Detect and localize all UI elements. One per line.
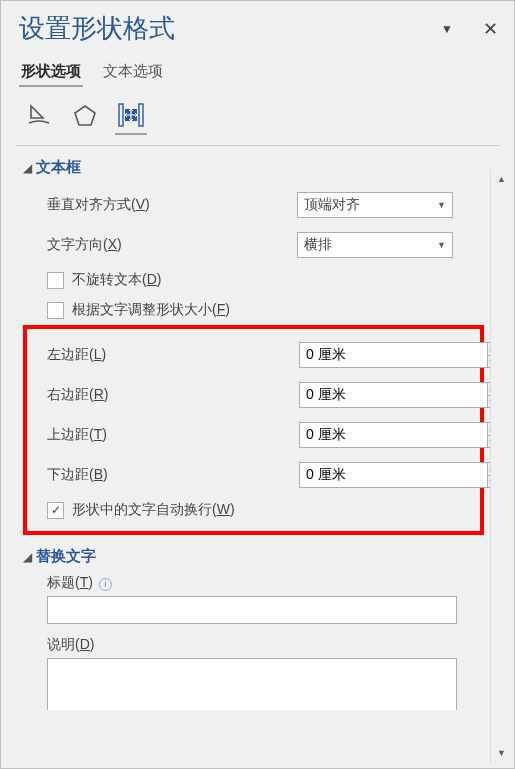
top-margin-label: 上边距(T)	[47, 426, 299, 444]
tab-text-options[interactable]: 文本选项	[101, 58, 165, 87]
valign-value: 顶端对齐	[304, 196, 360, 214]
collapse-icon: ◢	[23, 550, 32, 564]
effects-icon[interactable]	[69, 101, 101, 135]
section-alttext-header[interactable]: ◢ 替换文字	[1, 541, 514, 572]
wrap-checkbox[interactable]: ✓	[47, 502, 64, 519]
chevron-down-icon: ▼	[437, 200, 446, 210]
valign-select[interactable]: 顶端对齐 ▼	[297, 192, 453, 218]
bottom-margin-input[interactable]	[299, 462, 487, 488]
content-scroll: ◢ 文本框 垂直对齐方式(V) 顶端对齐 ▼ 文字方向(X) 横排 ▼ 不旋转	[1, 146, 514, 720]
alttext-title-label: 标题(T)	[47, 574, 93, 590]
autosize-label: 根据文字调整形状大小(F)	[72, 301, 230, 319]
section-alttext-title: 替换文字	[36, 547, 96, 566]
right-margin-label: 右边距(R)	[47, 386, 299, 404]
scroll-up-button[interactable]: ▲	[491, 169, 512, 189]
bottom-margin-label: 下边距(B)	[47, 466, 299, 484]
alttext-desc-label: 说明(D)	[47, 636, 94, 652]
svg-rect-1	[119, 104, 123, 126]
collapse-icon: ◢	[23, 161, 32, 175]
direction-label: 文字方向(X)	[47, 236, 297, 254]
chevron-down-icon: ▼	[437, 240, 446, 250]
svg-rect-2	[139, 104, 143, 126]
right-margin-input[interactable]	[299, 382, 487, 408]
vertical-scrollbar[interactable]: ▲ ▼	[490, 169, 512, 763]
pane-menu-button[interactable]: ▼	[441, 22, 453, 36]
left-margin-label: 左边距(L)	[47, 346, 299, 364]
alttext-desc-input[interactable]	[47, 658, 457, 710]
valign-label: 垂直对齐方式(V)	[47, 196, 297, 214]
highlight-annotation: 左边距(L) ▲ ▼ 右边距(R) ▲ ▼	[23, 325, 484, 535]
tab-shape-options[interactable]: 形状选项	[19, 58, 83, 87]
no-rotate-label: 不旋转文本(D)	[72, 271, 161, 289]
alttext-title-input[interactable]	[47, 596, 457, 624]
autosize-checkbox[interactable]	[47, 302, 64, 319]
wrap-label: 形状中的文字自动换行(W)	[72, 501, 235, 519]
fill-line-icon[interactable]	[23, 101, 55, 135]
layout-properties-icon[interactable]	[115, 101, 147, 135]
direction-value: 横排	[304, 236, 332, 254]
scroll-track[interactable]	[491, 189, 512, 743]
pane-title: 设置形状格式	[19, 11, 175, 46]
info-icon[interactable]: i	[99, 578, 112, 591]
section-textbox-title: 文本框	[36, 158, 81, 177]
no-rotate-checkbox[interactable]	[47, 272, 64, 289]
svg-marker-0	[75, 106, 95, 125]
section-textbox-header[interactable]: ◢ 文本框	[1, 152, 514, 183]
scroll-down-button[interactable]: ▼	[491, 743, 512, 763]
direction-select[interactable]: 横排 ▼	[297, 232, 453, 258]
left-margin-input[interactable]	[299, 342, 487, 368]
top-margin-input[interactable]	[299, 422, 487, 448]
close-icon[interactable]: ✕	[483, 18, 498, 40]
